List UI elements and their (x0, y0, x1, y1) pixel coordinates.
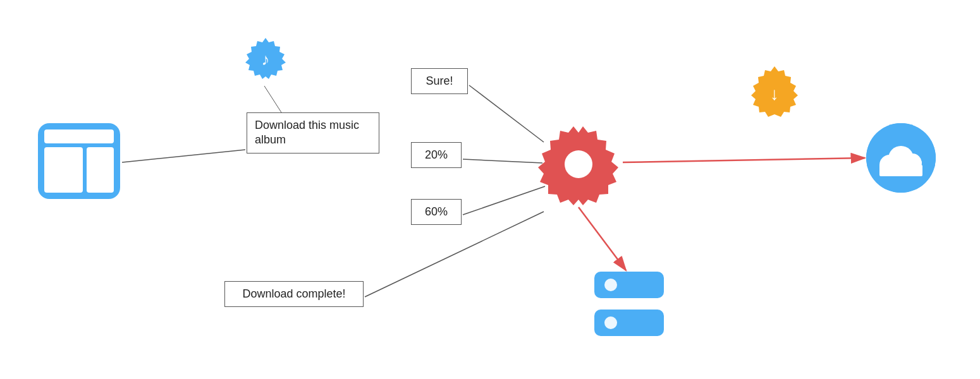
browser-icon (38, 123, 120, 199)
db-circle-2 (604, 316, 617, 329)
sure-label: Sure! (426, 75, 453, 87)
diagram-container: ♪ Download this music album Sure! 20% 60… (0, 0, 980, 379)
svg-line-8 (579, 207, 626, 270)
database-block-2 (594, 310, 664, 336)
svg-line-7 (623, 158, 865, 162)
download-album-label: Download this music album (255, 119, 359, 146)
browser-left-panel (44, 147, 83, 193)
svg-point-11 (565, 150, 592, 178)
download-complete-label: Download complete! (242, 287, 345, 300)
sure-text-box: Sure! (411, 68, 468, 94)
browser-bottom (44, 147, 114, 193)
db-circle-1 (604, 279, 617, 291)
twenty-percent-label: 20% (425, 148, 448, 161)
browser-top-bar (44, 129, 114, 143)
svg-line-4 (463, 159, 542, 163)
svg-line-3 (469, 85, 544, 142)
svg-line-9 (264, 86, 281, 112)
browser-right-panel (87, 147, 114, 193)
diagram-arrows (0, 0, 980, 379)
svg-line-5 (463, 186, 545, 215)
sixty-percent-text-box: 60% (411, 199, 462, 225)
sixty-percent-label: 60% (425, 205, 448, 218)
svg-text:♪: ♪ (262, 50, 270, 69)
download-badge-icon: ↓ (746, 63, 803, 120)
cloud-icon (866, 123, 936, 193)
music-badge-icon: ♪ (240, 35, 291, 85)
svg-text:↓: ↓ (770, 84, 779, 104)
twenty-percent-text-box: 20% (411, 142, 462, 168)
download-album-text-box: Download this music album (247, 112, 379, 153)
svg-line-2 (122, 150, 245, 162)
database-block-1 (594, 272, 664, 298)
download-complete-text-box: Download complete! (224, 281, 364, 307)
svg-rect-17 (879, 165, 922, 176)
gear-settings-icon (537, 123, 620, 205)
